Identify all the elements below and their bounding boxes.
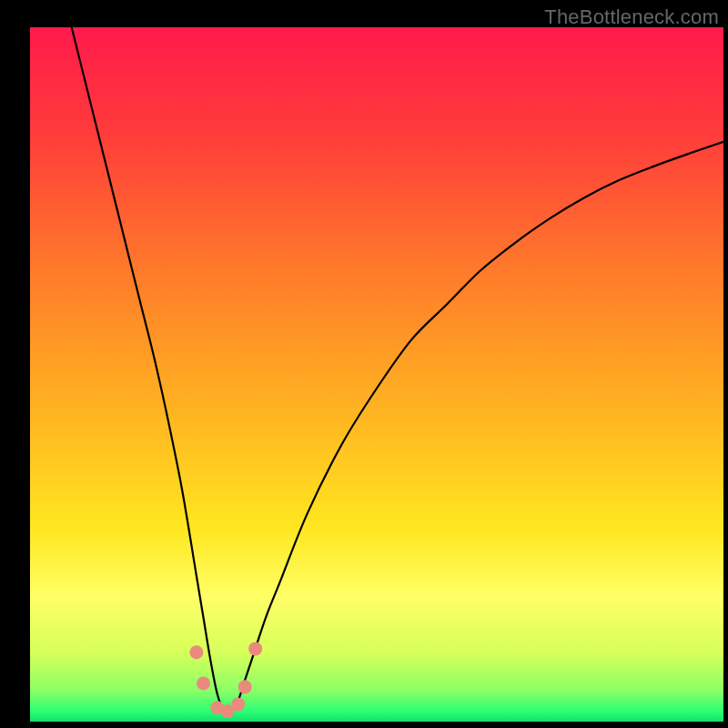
trough-marker: [248, 642, 262, 655]
trough-marker: [238, 680, 252, 693]
trough-marker: [189, 645, 203, 659]
trough-marker: [231, 697, 245, 711]
watermark-text: TheBottleneck.com: [544, 5, 719, 29]
chart-frame: TheBottleneck.com: [0, 0, 728, 728]
trough-marker: [197, 677, 210, 691]
bottleneck-chart: [0, 0, 728, 728]
gradient-background: [30, 27, 723, 722]
